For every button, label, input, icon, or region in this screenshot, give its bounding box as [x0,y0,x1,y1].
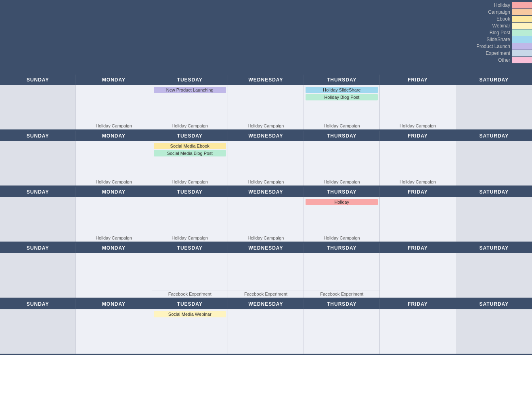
day-header-cell: SATURDAY [456,131,532,141]
cell-footer: Holiday Campaign [76,234,151,242]
day-header-cell: TUESDAY [152,299,228,309]
day-cell [228,309,304,354]
cell-content [456,141,532,186]
key-swatch [512,36,532,43]
day-header-cell: FRIDAY [380,75,456,85]
day-cell: Social Media EbookSocial Media Blog Post… [152,141,228,186]
cell-content [228,253,304,290]
cell-content [456,197,532,242]
day-header-cell: WEDNESDAY [228,75,304,85]
key-row: SlideShare [476,36,532,43]
day-header-cell: SUNDAY [0,187,76,197]
day-cell: Holiday Campaign [380,85,456,129]
cell-content [76,197,151,234]
key-item-label: Ebook [496,16,512,22]
key-row: Other [476,57,532,63]
week-header: SUNDAYMONDAYTUESDAYWEDNESDAYTHURSDAYFRID… [0,243,532,253]
day-header-cell: THURSDAY [304,131,380,141]
day-cell [456,141,532,186]
day-cell: Holiday Campaign [76,197,152,242]
day-cell [456,253,532,298]
day-cell [380,253,456,298]
day-cell: Holiday Campaign [228,197,304,242]
key-swatch [512,2,532,8]
cell-footer: Holiday Campaign [152,234,228,242]
cell-footer: Holiday Campaign [152,178,228,186]
week-header: SUNDAYMONDAYTUESDAYWEDNESDAYTHURSDAYFRID… [0,131,532,141]
day-header-cell: THURSDAY [304,299,380,309]
week-row: Holiday CampaignHoliday CampaignHoliday … [0,197,532,243]
day-header-cell: MONDAY [76,243,152,253]
day-cell: Facebook Experiment [228,253,304,298]
day-header-cell: THURSDAY [304,75,380,85]
cell-content [0,85,75,129]
week-row: Facebook ExperimentFacebook ExperimentFa… [0,253,532,299]
key-row: Holiday [476,2,532,8]
header-title-block [0,0,451,75]
cell-footer: Facebook Experiment [228,290,304,298]
day-header-cell: WEDNESDAY [228,299,304,309]
day-header-cell: MONDAY [76,187,152,197]
cell-content [0,141,75,186]
day-cell [76,253,152,298]
day-header-cell: TUESDAY [152,75,228,85]
week-header: SUNDAYMONDAYTUESDAYWEDNESDAYTHURSDAYFRID… [0,187,532,197]
cell-content [456,309,532,354]
day-cell [380,309,456,354]
day-header-cell: SUNDAY [0,131,76,141]
day-header-cell: SUNDAY [0,75,76,85]
cell-footer: Holiday Campaign [380,178,455,186]
key-item-label: Campaign [488,9,512,15]
cell-footer: Holiday Campaign [304,122,379,129]
week-row: Holiday CampaignSocial Media EbookSocial… [0,141,532,187]
header-area: HolidayCampaignEbookWebinarBlog PostSlid… [0,0,532,75]
day-cell [0,197,76,242]
key-item-label: SlideShare [486,37,512,42]
day-cell: Facebook Experiment [152,253,228,298]
day-header-cell: THURSDAY [304,243,380,253]
cell-event: New Product Launching [154,87,226,93]
cell-footer: Holiday Campaign [228,178,304,186]
day-header-cell: MONDAY [76,131,152,141]
key-swatch [512,29,532,36]
day-header-cell: SATURDAY [456,187,532,197]
cell-content: Social Media EbookSocial Media Blog Post [152,141,228,178]
cell-content: Holiday SlideShareHoliday Blog Post [304,85,379,122]
key-row: Webinar [476,23,532,29]
day-header-cell: SATURDAY [456,299,532,309]
key-row: Ebook [476,16,532,22]
week-row: Holiday CampaignNew Product LaunchingHol… [0,85,532,131]
key-item-label: Holiday [494,2,512,8]
cell-footer: Holiday Campaign [76,122,151,129]
cell-content [0,309,75,354]
cell-content [380,85,455,122]
cell-content [0,197,75,242]
cell-event: Holiday [306,199,378,205]
key-swatch [512,43,532,50]
cell-content [228,141,304,178]
day-header-cell: WEDNESDAY [228,187,304,197]
day-header-cell: THURSDAY [304,187,380,197]
key-swatch [512,23,532,29]
day-cell [0,253,76,298]
day-cell [0,141,76,186]
day-cell: Holiday Campaign [152,197,228,242]
day-cell: Holiday Campaign [76,85,152,129]
cell-footer: Holiday Campaign [228,234,304,242]
key-swatch [512,9,532,15]
day-header-cell: FRIDAY [380,299,456,309]
day-header-cell: MONDAY [76,299,152,309]
day-header-cell: TUESDAY [152,243,228,253]
cell-event: Holiday SlideShare [306,87,378,93]
cell-content: Social Media Webinar [152,309,228,354]
day-cell: Social Media Webinar [152,309,228,354]
cell-footer: Facebook Experiment [152,290,228,298]
cell-content [380,197,455,242]
cell-content [456,85,532,129]
key-item-label: Product Launch [476,44,512,49]
cell-content [76,309,151,354]
day-cell [0,309,76,354]
day-header-cell: FRIDAY [380,131,456,141]
calendar-container: HolidayCampaignEbookWebinarBlog PostSlid… [0,0,532,355]
day-cell: Holiday Campaign [380,141,456,186]
